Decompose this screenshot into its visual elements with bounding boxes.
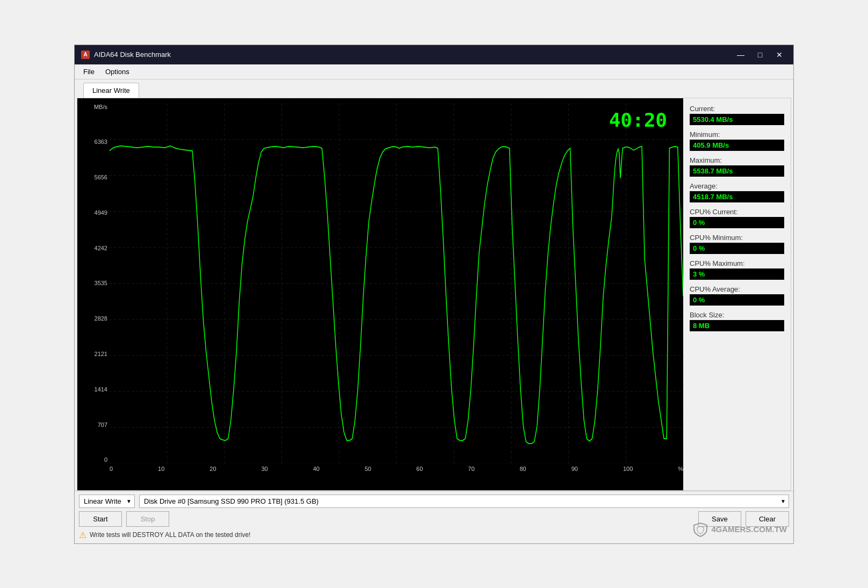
x-tick-70: 70	[468, 466, 474, 472]
y-tick-5656: 5656	[79, 174, 107, 180]
minimum-value: 405.9 MB/s	[690, 140, 784, 151]
menu-options[interactable]: Options	[101, 66, 134, 77]
app-icon: A	[81, 50, 90, 59]
menu-bar: File Options	[75, 64, 793, 79]
stats-panel: Current: 5530.4 MB/s Minimum: 405.9 MB/s…	[683, 98, 791, 490]
window-title: AIDA64 Disk Benchmark	[94, 50, 733, 59]
x-tick-80: 80	[520, 466, 526, 472]
stat-cpu-maximum: CPU% Maximum: 3 %	[690, 259, 784, 280]
x-axis: 0 10 20 30 40 50 60 70 80 90 100 %	[110, 463, 683, 485]
x-tick-100: 100	[623, 466, 633, 472]
chart-svg	[110, 104, 683, 463]
cpu-maximum-label: CPU% Maximum:	[690, 259, 784, 267]
y-tick-707: 707	[79, 422, 107, 428]
x-tick-percent: %	[678, 466, 683, 472]
y-tick-mbps: MB/s	[79, 104, 107, 110]
current-value: 5530.4 MB/s	[690, 114, 784, 125]
x-tick-40: 40	[313, 466, 320, 472]
y-tick-6363: 6363	[79, 139, 107, 145]
y-axis: MB/s 6363 5656 4949 4242 3535 2828 2121 …	[77, 104, 110, 463]
stat-current: Current: 5530.4 MB/s	[690, 105, 784, 125]
x-tick-10: 10	[158, 466, 164, 472]
cpu-average-value: 0 %	[690, 294, 784, 306]
average-label: Average:	[690, 182, 784, 190]
chart-area: MB/s 6363 5656 4949 4242 3535 2828 2121 …	[77, 98, 683, 490]
y-tick-4949: 4949	[79, 209, 107, 216]
cpu-maximum-value: 3 %	[690, 268, 784, 280]
warning-text: Write tests will DESTROY ALL DATA on the…	[90, 531, 250, 539]
controls-row2: Start Stop Save Clear	[79, 511, 789, 527]
stat-cpu-minimum: CPU% Minimum: 0 %	[690, 234, 784, 254]
content-area: MB/s 6363 5656 4949 4242 3535 2828 2121 …	[77, 98, 791, 491]
cpu-minimum-value: 0 %	[690, 243, 784, 254]
x-tick-50: 50	[365, 466, 371, 472]
cpu-current-value: 0 %	[690, 217, 784, 228]
y-tick-2828: 2828	[79, 315, 107, 322]
start-button[interactable]: Start	[79, 511, 122, 527]
cpu-minimum-label: CPU% Minimum:	[690, 234, 784, 242]
y-tick-0: 0	[79, 456, 107, 463]
minimize-button[interactable]: —	[733, 49, 748, 60]
stat-minimum: Minimum: 405.9 MB/s	[690, 130, 784, 151]
stat-cpu-average: CPU% Average: 0 %	[690, 285, 784, 306]
stat-block-size: Block Size: 8 MB	[690, 311, 784, 331]
block-size-value: 8 MB	[690, 320, 784, 331]
watermark: 4GAMERS.COM.TW	[693, 522, 787, 537]
bottom-controls: Linear Write Disk Drive #0 [Samsung SSD …	[75, 491, 793, 543]
stop-button[interactable]: Stop	[126, 511, 169, 527]
window-controls: — □ ✕	[733, 49, 787, 60]
maximum-label: Maximum:	[690, 156, 784, 164]
stat-maximum: Maximum: 5538.7 MB/s	[690, 156, 784, 177]
y-tick-2121: 2121	[79, 351, 107, 357]
disk-drive-select[interactable]: Disk Drive #0 [Samsung SSD 990 PRO 1TB] …	[139, 495, 789, 508]
cpu-average-label: CPU% Average:	[690, 285, 784, 293]
x-tick-30: 30	[261, 466, 267, 472]
minimum-label: Minimum:	[690, 130, 784, 139]
y-tick-3535: 3535	[79, 280, 107, 286]
tab-bar: Linear Write	[75, 79, 793, 98]
menu-file[interactable]: File	[79, 66, 99, 77]
block-size-label: Block Size:	[690, 311, 784, 319]
y-tick-1414: 1414	[79, 386, 107, 393]
disk-select-wrapper[interactable]: Disk Drive #0 [Samsung SSD 990 PRO 1TB] …	[139, 495, 789, 508]
x-tick-20: 20	[209, 466, 216, 472]
x-tick-90: 90	[572, 466, 578, 472]
current-label: Current:	[690, 105, 784, 113]
warning-row: ⚠ Write tests will DESTROY ALL DATA on t…	[79, 530, 789, 540]
test-type-select[interactable]: Linear Write	[79, 495, 135, 508]
watermark-shield-icon	[693, 522, 708, 537]
stat-average: Average: 4518.7 MB/s	[690, 182, 784, 202]
maximum-value: 5538.7 MB/s	[690, 165, 784, 177]
cpu-current-label: CPU% Current:	[690, 208, 784, 216]
test-type-wrapper[interactable]: Linear Write	[79, 495, 135, 508]
controls-row1: Linear Write Disk Drive #0 [Samsung SSD …	[79, 495, 789, 508]
maximize-button[interactable]: □	[753, 49, 768, 60]
average-value: 4518.7 MB/s	[690, 191, 784, 202]
warning-icon: ⚠	[79, 530, 86, 540]
x-tick-60: 60	[416, 466, 423, 472]
x-tick-0: 0	[110, 466, 113, 472]
chart-canvas	[110, 104, 683, 463]
stat-cpu-current: CPU% Current: 0 %	[690, 208, 784, 228]
title-bar: A AIDA64 Disk Benchmark — □ ✕	[75, 45, 793, 64]
tab-linear-write[interactable]: Linear Write	[83, 83, 139, 98]
close-button[interactable]: ✕	[772, 49, 787, 60]
y-tick-4242: 4242	[79, 245, 107, 251]
watermark-text: 4GAMERS.COM.TW	[711, 525, 787, 534]
